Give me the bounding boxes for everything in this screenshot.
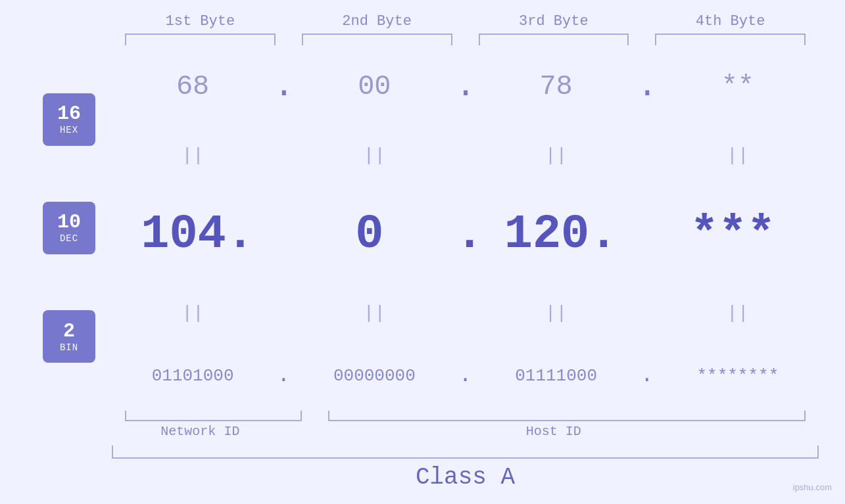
bottom-section: Network ID Host ID Class A bbox=[26, 411, 819, 491]
dec-val-1: 104. bbox=[112, 208, 283, 262]
network-id-label: Network ID bbox=[112, 424, 289, 439]
bin-dot-1: . bbox=[274, 365, 293, 386]
net-bracket bbox=[125, 411, 302, 421]
hex-number: 16 bbox=[57, 103, 81, 125]
dec-badge: 10 DEC bbox=[43, 202, 95, 254]
host-id-label: Host ID bbox=[289, 424, 819, 439]
bracket-top-2 bbox=[302, 34, 452, 45]
dec-val-3: 120. bbox=[475, 208, 647, 262]
host-bracket bbox=[328, 411, 806, 421]
dec-dot-1: . bbox=[456, 208, 475, 262]
equals-row-2: || || || || bbox=[112, 304, 819, 323]
byte-col-3: 3rd Byte bbox=[466, 13, 642, 45]
dec-val-4: *** bbox=[647, 208, 819, 262]
bin-val-2: 00000000 bbox=[293, 366, 455, 386]
eq-8: || bbox=[657, 304, 819, 323]
bin-row: 01101000 . 00000000 . 01111000 . *******… bbox=[112, 359, 819, 393]
eq-1: || bbox=[112, 147, 274, 165]
class-bracket bbox=[112, 446, 819, 459]
byte-label-2: 2nd Byte bbox=[289, 13, 466, 30]
bracket-top-3 bbox=[479, 34, 629, 45]
byte-col-4: 4th Byte bbox=[642, 13, 819, 45]
eq-2: || bbox=[293, 147, 455, 165]
header-spacer bbox=[26, 13, 112, 45]
bin-val-4: ******** bbox=[657, 366, 819, 386]
hex-name: HEX bbox=[60, 125, 78, 135]
hex-dot-3: . bbox=[637, 70, 657, 104]
eq-5: || bbox=[112, 304, 274, 323]
bracket-top-4 bbox=[655, 34, 806, 45]
main-grid: 16 HEX 10 DEC 2 BIN 68 . 00 bbox=[26, 45, 819, 411]
watermark: ipshu.com bbox=[793, 482, 832, 492]
byte-label-4: 4th Byte bbox=[642, 13, 819, 30]
bin-dot-3: . bbox=[637, 365, 657, 386]
header-row: 1st Byte 2nd Byte 3rd Byte 4th Byte bbox=[26, 13, 819, 45]
eq-4: || bbox=[657, 147, 819, 165]
hex-val-3: 78 bbox=[475, 71, 637, 103]
bin-number: 2 bbox=[63, 321, 75, 342]
hex-val-4: ** bbox=[657, 71, 819, 103]
hex-dot-1: . bbox=[274, 70, 293, 104]
dec-number: 10 bbox=[57, 212, 81, 233]
bin-name: BIN bbox=[60, 342, 78, 353]
labels-col: 16 HEX 10 DEC 2 BIN bbox=[26, 45, 112, 411]
eq-7: || bbox=[475, 304, 637, 323]
equals-row-1: || || || || bbox=[112, 147, 819, 165]
dec-row: 104. 0 . 120. *** bbox=[112, 201, 819, 268]
bin-badge: 2 BIN bbox=[43, 310, 95, 363]
hex-val-1: 68 bbox=[112, 71, 274, 103]
hex-val-2: 00 bbox=[293, 71, 455, 103]
dec-name: DEC bbox=[60, 233, 78, 244]
byte-label-3: 3rd Byte bbox=[466, 13, 642, 30]
bin-val-1: 01101000 bbox=[112, 366, 274, 386]
byte-label-1: 1st Byte bbox=[112, 13, 289, 30]
headers-content: 1st Byte 2nd Byte 3rd Byte 4th Byte bbox=[112, 13, 819, 45]
bin-val-3: 01111000 bbox=[475, 366, 637, 386]
byte-col-2: 2nd Byte bbox=[289, 13, 466, 45]
bracket-top-1 bbox=[125, 34, 276, 45]
hex-badge: 16 HEX bbox=[43, 93, 95, 146]
class-label: Class A bbox=[112, 464, 819, 491]
dec-val-2: 0 bbox=[283, 208, 455, 262]
data-cols: 68 . 00 . 78 . ** || || bbox=[112, 45, 819, 411]
eq-3: || bbox=[475, 147, 637, 165]
id-labels-row: Network ID Host ID bbox=[112, 424, 819, 439]
eq-6: || bbox=[293, 304, 455, 323]
bin-dot-2: . bbox=[456, 365, 475, 386]
hex-dot-2: . bbox=[456, 70, 475, 104]
hex-row: 68 . 00 . 78 . ** bbox=[112, 63, 819, 110]
bracket-row bbox=[112, 411, 819, 421]
byte-col-1: 1st Byte bbox=[112, 13, 289, 45]
main-container: 1st Byte 2nd Byte 3rd Byte 4th Byte 16 H… bbox=[0, 0, 845, 504]
